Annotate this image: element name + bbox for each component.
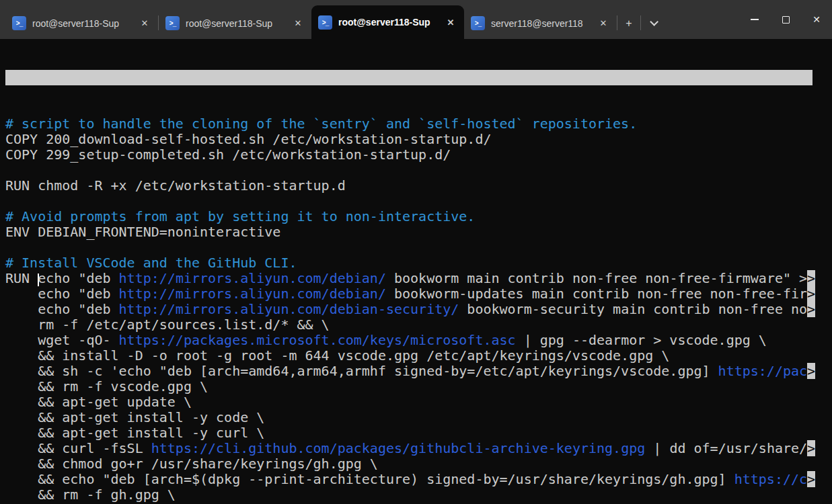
buffer-line: && chmod go+r /usr/share/keyrings/gh.gpg… [5, 456, 832, 472]
powershell-icon: >_ [165, 16, 180, 30]
buffer-line [5, 163, 832, 178]
terminal-window: >_root@server118-Sup✕>_root@server118-Su… [0, 0, 832, 504]
code-text: && apt-get install -y curl \ [5, 425, 264, 441]
code-text: echo "deb [38, 270, 118, 286]
buffer-line: # Install VSCode and the GitHub CLI. [5, 255, 832, 271]
comment-text: # Avoid prompts from apt by setting it t… [5, 208, 475, 224]
code-text: | gpg --dearmor > vscode.gpg \ [516, 332, 767, 348]
close-icon[interactable]: ✕ [138, 17, 151, 30]
url-text: http://mirrors.aliyun.com/debian/ [119, 286, 386, 302]
line-overflow-marker: > [807, 270, 815, 286]
buffer-line: RUN chmod -R +x /etc/workstation-startup… [5, 178, 832, 194]
code-text: echo "deb [5, 286, 119, 302]
code-text: bookworm-updates main contrib non-free n… [386, 286, 807, 302]
buffer-line: && apt-get update \ [5, 394, 832, 410]
nano-filename: ./workstation/preinstall/Dockerfile * [259, 101, 559, 116]
window-controls: ✕ [739, 0, 832, 39]
maximize-button[interactable] [770, 0, 801, 39]
buffer-line [5, 240, 832, 255]
code-text: && rm -f vscode.gpg \ [5, 378, 208, 394]
line-overflow-marker: > [807, 286, 815, 302]
comment-text: # Install VSCode and the GitHub CLI. [5, 255, 297, 271]
code-text: RUN [5, 270, 38, 286]
powershell-icon: >_ [12, 16, 26, 30]
close-icon[interactable]: ✕ [597, 17, 610, 30]
line-overflow-marker: > [807, 301, 815, 317]
buffer-line: # Avoid prompts from apt by setting it t… [5, 209, 832, 224]
buffer-line: && echo "deb [arch=$(dpkg --print-archit… [5, 472, 832, 487]
nano-title-bar: GNU nano 6.2 ./workstation/preinstall/Do… [5, 70, 812, 85]
url-text: https://cli.github.com/packages/githubcl… [151, 440, 646, 456]
code-text: && chmod go+r /usr/share/keyrings/gh.gpg… [5, 456, 378, 472]
nano-buffer: # script to handle the cloning of the `s… [5, 116, 832, 504]
buffer-line: RUN echo "deb http://mirrors.aliyun.com/… [5, 271, 832, 286]
code-text: bookworm main contrib non-free non-free-… [386, 270, 807, 286]
tab-dropdown-button[interactable] [641, 7, 664, 39]
code-text: RUN chmod -R +x /etc/workstation-startup… [5, 177, 346, 194]
buffer-line: rm -f /etc/apt/sources.list.d/* && \ [5, 317, 832, 333]
code-text: echo "deb [5, 301, 119, 317]
line-overflow-marker: > [807, 363, 815, 379]
tab-title: root@server118-Sup [338, 17, 438, 28]
new-tab-button[interactable]: + [617, 7, 640, 39]
chevron-down-icon [650, 17, 658, 26]
nano-version-label: GNU nano 6.2 [22, 85, 119, 101]
buffer-line: && curl -fsSL https://cli.github.com/pac… [5, 441, 832, 456]
close-icon: ✕ [812, 14, 821, 25]
buffer-line [5, 194, 832, 209]
nano-editor[interactable]: GNU nano 6.2 ./workstation/preinstall/Do… [0, 39, 832, 504]
buffer-line: # script to handle the cloning of the `s… [5, 116, 832, 132]
powershell-icon: >_ [318, 15, 332, 30]
code-text: && install -D -o root -g root -m 644 vsc… [5, 347, 669, 364]
buffer-line: wget -qO- https://packages.microsoft.com… [5, 333, 832, 348]
powershell-icon: >_ [471, 16, 485, 30]
buffer-line: COPY 200_download-self-hosted.sh /etc/wo… [5, 132, 832, 147]
buffer-line: && install -D -o root -g root -m 644 vsc… [5, 348, 832, 364]
terminal-tab[interactable]: >_root@server118-Sup✕ [311, 5, 464, 39]
url-text: https://pac [718, 363, 807, 379]
code-text: && apt-get update \ [5, 394, 192, 410]
buffer-line: echo "deb http://mirrors.aliyun.com/debi… [5, 302, 832, 317]
comment-text: # script to handle the cloning of the `s… [5, 116, 637, 132]
buffer-line: && sh -c 'echo "deb [arch=amd64,arm64,ar… [5, 364, 832, 379]
buffer-line: COPY 299_setup-completed.sh /etc/worksta… [5, 147, 832, 163]
plus-icon: + [626, 17, 632, 30]
tab-title: root@server118-Sup [186, 18, 285, 29]
url-text: https://packages.microsoft.com/keys/micr… [119, 332, 516, 348]
code-text: ENV DEBIAN_FRONTEND=noninteractive [5, 224, 280, 240]
line-overflow-marker: > [807, 440, 815, 456]
code-text: && rm -f gh.gpg \ [5, 487, 176, 503]
code-text: && apt-get install -y code \ [5, 409, 264, 425]
buffer-line: && rm -f gh.gpg \ [5, 487, 832, 503]
buffer-line: && apt-get install -y code \ [5, 410, 832, 425]
terminal-tab[interactable]: >_server118@server118✕ [464, 7, 617, 39]
buffer-line: ENV DEBIAN_FRONTEND=noninteractive [5, 224, 832, 240]
buffer-line: && rm -f vscode.gpg \ [5, 379, 832, 394]
url-text: http://mirrors.aliyun.com/debian-securit… [119, 301, 459, 317]
line-overflow-marker: > [807, 471, 815, 487]
code-text: COPY 299_setup-completed.sh /etc/worksta… [5, 146, 451, 163]
close-icon[interactable]: ✕ [291, 17, 305, 30]
terminal-tab[interactable]: >_root@server118-Sup✕ [159, 7, 311, 39]
code-text: COPY 200_download-self-hosted.sh /etc/wo… [5, 131, 491, 147]
buffer-line: && apt-get install -y curl \ [5, 425, 832, 441]
buffer-line: echo "deb http://mirrors.aliyun.com/debi… [5, 286, 832, 302]
code-text: bookworm-security main contrib non-free … [459, 301, 807, 317]
code-text: && curl -fsSL [5, 440, 151, 456]
maximize-icon [782, 16, 790, 24]
tab-title: server118@server118 [491, 18, 591, 29]
tab-title: root@server118-Sup [32, 18, 132, 29]
code-text: && echo "deb [arch=$(dpkg --print-archit… [5, 471, 734, 487]
minimize-icon [751, 19, 759, 19]
tab-bar: >_root@server118-Sup✕>_root@server118-Su… [0, 0, 832, 39]
minimize-button[interactable] [739, 0, 770, 39]
code-text: wget -qO- [5, 332, 119, 348]
url-text: http://mirrors.aliyun.com/debian/ [119, 270, 386, 286]
code-text: && sh -c 'echo "deb [arch=amd64,arm64,ar… [5, 363, 718, 379]
close-button[interactable]: ✕ [801, 0, 832, 39]
code-text: | dd of=/usr/share/ [645, 440, 807, 456]
terminal-tab[interactable]: >_root@server118-Sup✕ [5, 7, 158, 39]
url-text: https://c [734, 471, 807, 487]
code-text: rm -f /etc/apt/sources.list.d/* && \ [5, 317, 330, 333]
close-icon[interactable]: ✕ [444, 15, 457, 29]
